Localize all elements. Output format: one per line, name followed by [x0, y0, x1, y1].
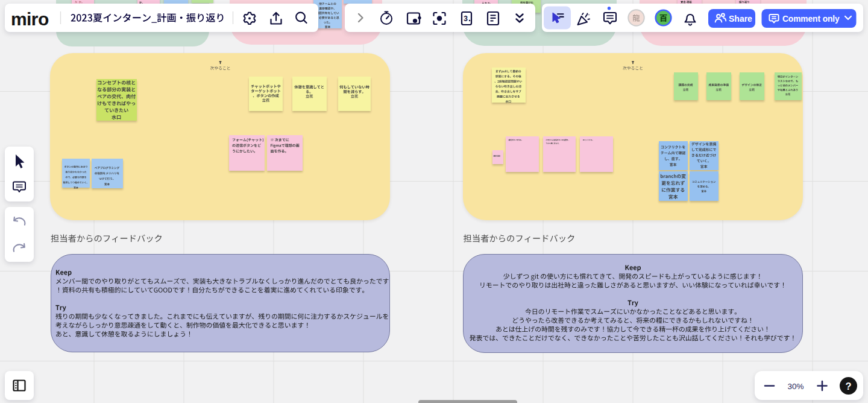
- svg-text:?: ?: [845, 381, 851, 392]
- svg-text:miro: miro: [11, 9, 49, 29]
- svg-text:Comment only: Comment only: [782, 14, 840, 24]
- svg-text:30%: 30%: [787, 382, 804, 391]
- svg-text:Share: Share: [729, 14, 752, 24]
- svg-text:3: 3: [464, 14, 468, 23]
